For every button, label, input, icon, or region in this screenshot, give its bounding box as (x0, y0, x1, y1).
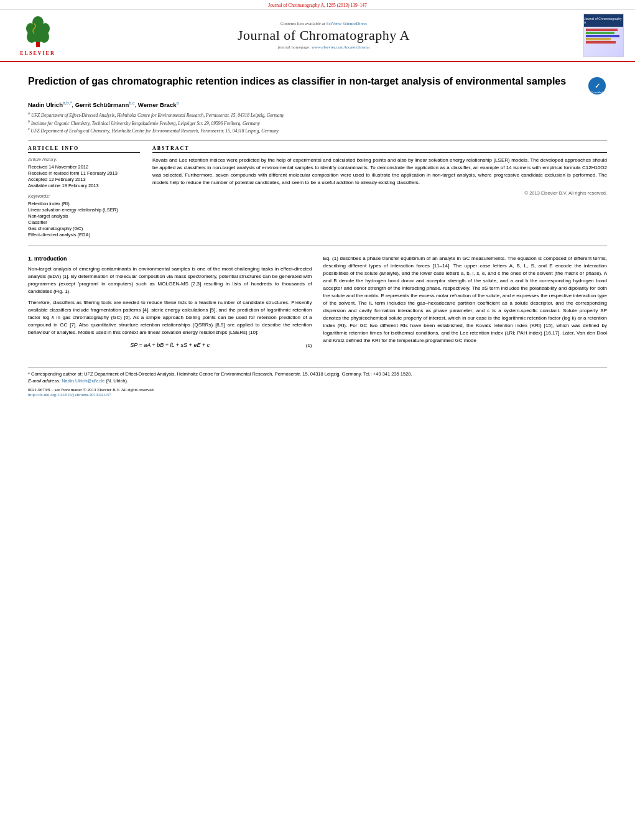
email-link[interactable]: Nadin.Ulrich@ufz.de (62, 378, 104, 384)
footnote-star: * Corresponding author at: UFZ Departmen… (28, 371, 607, 377)
sciverse-line: Contents lists available at SciVerse Sci… (64, 21, 583, 26)
body-two-col: 1. Introduction Non-target analysis of e… (28, 255, 607, 355)
affiliation-a: a UFZ Department of Effect-Directed Anal… (28, 111, 607, 118)
article-info-abstract: ARTICLE INFO Article history: Received 1… (28, 145, 607, 238)
received-revised-date: Received in revised form 11 February 201… (28, 170, 140, 176)
affiliation-b: b Institute for Organic Chemistry, Techn… (28, 119, 607, 126)
footer-bottom: 0021-9673/$ – see front matter © 2013 El… (28, 387, 607, 397)
article-history-label: Article history: (28, 157, 140, 162)
available-online-date: Available online 19 February 2013 (28, 183, 140, 188)
keywords-label: Keywords: (28, 193, 140, 199)
authors-line: Nadin Ulricha,b,*, Gerrit Schüürmannb,c,… (28, 101, 607, 108)
paper-title-section: Prediction of gas chromatographic retent… (28, 75, 607, 96)
elsevier-tree-icon (19, 15, 57, 49)
keyword-3: Non-target analysis (28, 213, 140, 219)
author-3: Werner Brack (138, 101, 177, 108)
equation-number: (1) (306, 342, 312, 349)
journal-header: ELSEVIER Contents lists available at Sci… (0, 10, 635, 62)
body-right-col: Eq. (1) describes a phase transfer equil… (323, 255, 608, 355)
journal-title-display: Journal of Chromatography A (64, 27, 583, 44)
affiliation-c: c UFZ Department of Ecological Chemistry… (28, 127, 607, 134)
abstract-text: Kovats and Lee retention indices were pr… (152, 157, 607, 187)
author-1: Nadin Ulrich (28, 101, 63, 108)
journal-homepage: journal homepage: www.elsevier.com/locat… (64, 45, 583, 50)
keywords-section: Keywords: Retention index (RI) Linear so… (28, 193, 140, 238)
keyword-6: Effect-directed analysis (EDA) (28, 232, 140, 238)
paper-container: Prediction of gas chromatographic retent… (0, 62, 635, 410)
paper-title: Prediction of gas chromatographic retent… (28, 75, 581, 88)
divider-1 (28, 140, 607, 141)
intro-paragraph-1: Non-target analysis of emerging contamin… (28, 265, 312, 295)
header-center: Contents lists available at SciVerse Sci… (64, 21, 583, 50)
journal-ref: Journal of Chromatography A, 1285 (2013)… (268, 2, 367, 8)
svg-text:CrossMark: CrossMark (591, 91, 603, 94)
body-left-col: 1. Introduction Non-target analysis of e… (28, 255, 312, 355)
svg-point-6 (32, 16, 44, 29)
author-1-sup: a,b,* (63, 101, 72, 105)
keyword-1: Retention index (RI) (28, 201, 140, 206)
doi-line[interactable]: http://dx.doi.org/10.1016/j.chroma.2013.… (28, 392, 155, 397)
equation-block: SP = aA + bB + lL + sS + eE + c (1) (28, 341, 312, 350)
author-2: Gerrit Schüürmann (75, 101, 129, 108)
sciverse-link[interactable]: SciVerse ScienceDirect (327, 21, 368, 26)
received-date: Received 14 November 2012 (28, 164, 140, 170)
accepted-date: Accepted 12 February 2013 (28, 177, 140, 182)
equation-formula: SP = aA + bB + lL + sS + eE + c (130, 342, 210, 348)
elsevier-text: ELSEVIER (20, 50, 55, 56)
keyword-5: Gas chromatography (GC) (28, 226, 140, 231)
footer-left: 0021-9673/$ – see front matter © 2013 El… (28, 387, 155, 397)
journal-topbar: Journal of Chromatography A, 1285 (2013)… (0, 0, 635, 10)
elsevier-logo: ELSEVIER (11, 15, 64, 56)
crossmark-badge: ✓ CrossMark (587, 76, 607, 96)
abstract-col: ABSTRACT Kovats and Lee retention indice… (152, 145, 607, 238)
article-info-col: ARTICLE INFO Article history: Received 1… (28, 145, 140, 238)
keyword-2: Linear solvation energy relationship (LS… (28, 207, 140, 213)
keyword-4: Classifier (28, 219, 140, 225)
divider-2 (28, 246, 607, 246)
footnote-email: E-mail address: Nadin.Ulrich@ufz.de (N. … (28, 378, 607, 384)
paper-footer: * Corresponding author at: UFZ Departmen… (28, 367, 607, 397)
abstract-title: ABSTRACT (152, 145, 607, 153)
author-3-sup: a (176, 101, 178, 105)
affiliations: a UFZ Department of Effect-Directed Anal… (28, 111, 607, 134)
article-info-title: ARTICLE INFO (28, 145, 140, 153)
intro-paragraph-2: Therefore, classifiers as filtering tool… (28, 299, 312, 336)
svg-text:✓: ✓ (595, 82, 600, 90)
doi-link[interactable]: http://dx.doi.org/10.1016/j.chroma.2013.… (28, 392, 111, 397)
intro-heading: 1. Introduction (28, 255, 312, 264)
author-2-sup: b,c (129, 101, 134, 105)
right-col-paragraph: Eq. (1) describes a phase transfer equil… (323, 255, 608, 344)
copyright-line: © 2013 Elsevier B.V. All rights reserved… (152, 190, 607, 196)
main-body: 1. Introduction Non-target analysis of e… (28, 255, 607, 355)
cover-image: Journal of Chromatography A (583, 14, 624, 57)
issn-line: 0021-9673/$ – see front matter © 2013 El… (28, 387, 155, 392)
homepage-link[interactable]: www.elsevier.com/locate/chroma (312, 45, 369, 50)
